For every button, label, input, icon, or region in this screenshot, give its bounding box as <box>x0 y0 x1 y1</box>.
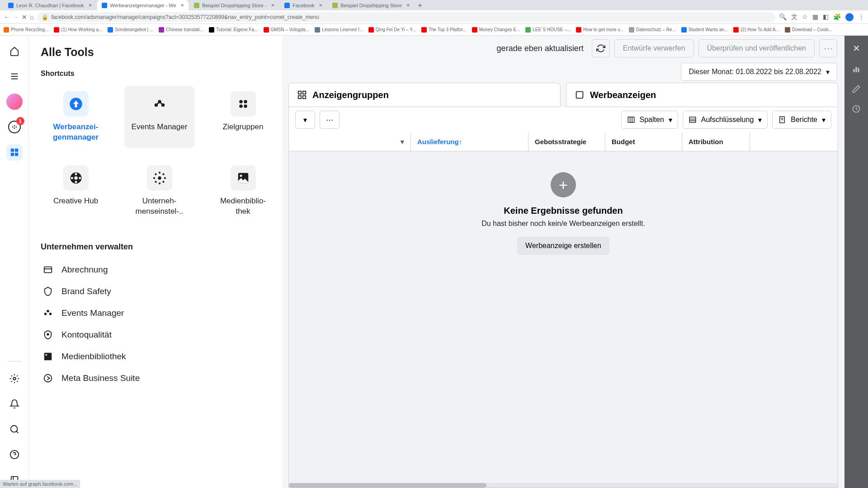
menu-icon[interactable] <box>6 68 23 84</box>
table-column-header[interactable]: ▾ <box>289 132 411 151</box>
chart-icon[interactable] <box>852 65 861 74</box>
discard-drafts-button[interactable]: Entwürfe verwerfen <box>614 39 694 57</box>
create-ad-button[interactable]: Werbeanzeige erstellen <box>517 237 609 255</box>
more-button[interactable]: ⋯ <box>819 39 837 57</box>
bookmark-item[interactable]: Student Wants an... <box>681 27 728 33</box>
new-tab-button[interactable]: + <box>414 1 425 9</box>
svg-point-4 <box>14 125 15 127</box>
shortcut-item[interactable]: Werbeanzei-genmanager <box>41 86 111 148</box>
bookmark-item[interactable]: GMSN – Vologda... <box>264 27 310 33</box>
bookmark-item[interactable]: Sonderangebot | ... <box>108 27 153 33</box>
management-item[interactable]: Medienbibliothek <box>41 346 282 367</box>
bookmark-item[interactable]: Qing Fei De Yi – Y... <box>368 27 416 33</box>
svg-rect-50 <box>576 92 583 99</box>
profile-icon[interactable] <box>845 13 854 21</box>
breakdown-button[interactable]: Aufschlüsselung ▾ <box>683 111 768 129</box>
shortcut-item[interactable]: Unterneh-menseinstel-.. <box>124 160 194 222</box>
settings-icon[interactable] <box>6 371 23 387</box>
account-switcher[interactable]: 1 <box>6 119 23 135</box>
zoom-icon[interactable]: 🔍 <box>779 13 787 21</box>
management-item[interactable]: Brand Safety <box>41 281 282 302</box>
shortcut-label: Werbeanzei-genmanager <box>53 122 99 143</box>
edit-icon[interactable] <box>852 84 861 94</box>
bell-icon[interactable] <box>6 396 23 412</box>
shortcut-item[interactable]: Creative Hub <box>41 160 111 222</box>
menu-icon[interactable]: ⋮ <box>858 13 864 21</box>
bookmark-item[interactable]: Chinese translati... <box>159 27 203 33</box>
right-rail: ✕ <box>844 36 868 488</box>
translate-icon[interactable]: 文 <box>791 13 797 21</box>
table-column-header[interactable]: Attribution <box>682 132 750 151</box>
browser-tab[interactable]: Facebook× <box>280 0 327 10</box>
shortcut-icon <box>147 91 172 117</box>
bookmark-item[interactable]: (1) How Working a... <box>54 27 102 33</box>
svg-rect-37 <box>44 267 52 272</box>
bookmark-item[interactable]: How to get more v... <box>576 27 623 33</box>
bookmark-item[interactable]: The Top 3 Platfor... <box>421 27 467 33</box>
svg-rect-49 <box>303 96 306 99</box>
browser-tab[interactable]: Werbeanzeigenmanager - We× <box>97 0 189 10</box>
bookmark-item[interactable]: Datenschutz – Re... <box>629 27 676 33</box>
close-tab-icon[interactable]: × <box>271 2 275 9</box>
tab-ads[interactable]: Werbeanzeigen <box>566 83 838 107</box>
home-icon[interactable]: ⌂ <box>30 14 33 21</box>
refresh-button[interactable] <box>592 39 610 57</box>
dropdown-button[interactable]: ▾ <box>295 111 315 129</box>
date-range-button[interactable]: Dieser Monat: 01.08.2022 bis 22.08.2022 … <box>681 63 837 81</box>
reports-icon <box>778 116 786 124</box>
table-column-header[interactable]: Budget <box>605 132 682 151</box>
bookmark-item[interactable]: (2) How To Add A... <box>733 27 779 33</box>
reports-button[interactable]: Berichte ▾ <box>772 111 831 129</box>
shortcut-item[interactable]: Zielgruppen <box>208 86 278 148</box>
ext1-icon[interactable]: ▦ <box>812 13 818 21</box>
search-icon[interactable] <box>6 421 23 437</box>
close-tab-icon[interactable]: × <box>89 2 92 9</box>
reports-label: Berichte <box>791 116 817 124</box>
help-icon[interactable] <box>6 446 23 463</box>
back-icon[interactable]: ← <box>4 14 10 21</box>
url-bar[interactable]: 🔒 facebook.com/adsmanager/manage/campaig… <box>37 12 775 22</box>
management-item[interactable]: Abrechnung <box>41 259 282 281</box>
forward-icon[interactable]: → <box>13 14 19 21</box>
more-actions-button[interactable]: ⋯ <box>320 111 340 129</box>
browser-tab[interactable]: Leon R. Chaudhari | Facebook× <box>4 0 96 10</box>
star-icon[interactable]: ☆ <box>802 13 808 21</box>
close-tab-icon[interactable]: × <box>319 2 323 9</box>
table-column-header[interactable]: Auslieferung ↑ <box>411 132 528 151</box>
horizontal-scrollbar[interactable] <box>289 483 838 488</box>
browser-tab[interactable]: Beispiel Dropshipping Store -× <box>189 0 279 10</box>
reload-icon[interactable]: ✕ <box>22 14 27 21</box>
bookmark-item[interactable]: Tutorial: Eigene Fa... <box>209 27 258 33</box>
ext2-icon[interactable]: ◧ <box>823 13 829 21</box>
bookmark-item[interactable]: LEE´S HOUSE –... <box>525 27 571 33</box>
ads-manager-icon[interactable] <box>6 144 23 160</box>
view-tabs: Anzeigengruppen Werbeanzeigen <box>282 83 844 107</box>
shortcut-icon <box>147 165 172 191</box>
avatar[interactable] <box>6 94 23 110</box>
home-icon[interactable] <box>6 43 23 59</box>
table-column-header[interactable]: Gebotsstrategie <box>528 132 605 151</box>
management-item[interactable]: Kontoqualität <box>41 324 282 346</box>
svg-point-29 <box>74 176 78 180</box>
bookmark-item[interactable]: Money Changes E... <box>472 27 520 33</box>
shortcut-item[interactable]: Medienbiblio-thek <box>208 160 278 222</box>
review-publish-button[interactable]: Überprüfen und veröffentlichen <box>698 39 815 57</box>
bookmark-item[interactable]: Lessons Learned f... <box>315 27 363 33</box>
close-tab-icon[interactable]: × <box>181 2 184 9</box>
columns-icon <box>627 116 635 124</box>
management-item[interactable]: Meta Business Suite <box>41 367 282 389</box>
columns-button[interactable]: Spalten ▾ <box>621 111 678 129</box>
close-tab-icon[interactable]: × <box>406 2 410 9</box>
shortcut-icon <box>63 91 89 117</box>
shortcut-label: Creative Hub <box>53 196 98 206</box>
mgmt-icon <box>42 351 53 362</box>
bookmark-item[interactable]: Download – Cooki... <box>785 27 833 33</box>
bookmark-item[interactable]: Phone Recycling... <box>4 27 48 33</box>
tab-ad-sets[interactable]: Anzeigengruppen <box>288 83 561 107</box>
clock-icon[interactable] <box>852 104 861 113</box>
close-icon[interactable]: ✕ <box>853 43 860 54</box>
browser-tab[interactable]: Beispiel Dropshipping Store× <box>328 0 414 10</box>
management-item[interactable]: Events Manager <box>41 302 282 324</box>
extensions-icon[interactable]: 🧩 <box>833 13 841 21</box>
shortcut-item[interactable]: Events Manager <box>124 86 194 148</box>
